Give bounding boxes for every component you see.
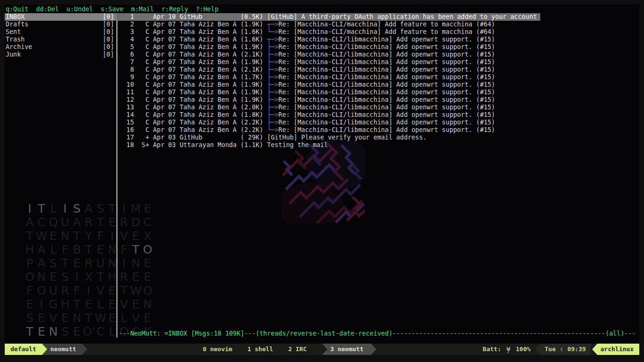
thread-tree-icon: ├─> [267,104,278,111]
tmux-window-0-neovim[interactable]: 0 neovim [203,344,232,355]
mailbox-name: INBOX [6,13,25,21]
mail-row-meta: 4 C Apr 07 Taha Aziz Ben A (1.6K) [119,36,267,43]
mail-subject: Re: [Macchina-CLI/macchina] Add feature … [279,21,495,28]
mail-row[interactable]: 9 C Apr 07 Taha Aziz Ben A (1.7K) ├─>Re:… [118,74,639,81]
mail-row-meta: 18 S+ Apr 03 Uttarayan Monda (1.1K) [119,141,267,148]
clock-section: Tue ❮ 09:39 [541,344,590,355]
thread-tree-icon: └─> [267,126,278,133]
mail-row-meta: 12 C Apr 07 Taha Aziz Ben A (1.9K) [119,96,267,103]
day-label: Tue [545,344,555,355]
thread-tree-icon: ├─> [267,43,278,50]
mailbox-count: [0] [103,21,114,28]
thread-tree-icon: ├─> [267,89,278,96]
mail-row-meta: 14 C Apr 07 Taha Aziz Ben A (1.8K) [119,111,267,118]
mail-subject: Re: [Macchina-CLI/libmacchina] Add openw… [279,96,495,103]
mail-row-meta: 7 C Apr 07 Taha Aziz Ben A (1.9K) [119,58,267,66]
mailbox-count: [0] [103,13,114,21]
mail-row[interactable]: 3 C Apr 07 Taha Aziz Ben A (1.6K) └─>Re:… [118,28,639,36]
hostname-chip: archlinux [597,344,639,355]
mail-row[interactable]: 2 C Apr 07 Taha Aziz Ben A (1.9K) ┬─>Re:… [118,21,639,28]
mail-row-meta: 6 C Apr 07 Taha Aziz Ben A (2.1K) [119,51,267,58]
mail-row[interactable]: 8 C Apr 07 Taha Aziz Ben A (2.1K) ├─>Re:… [118,66,639,74]
tmux-window-3-neomutt[interactable]: 3 neomutt [322,344,371,355]
tmux-window-2-irc[interactable]: 2 IRC [288,344,306,355]
mail-subject: Re: [Macchina-CLI/libmacchina] Add openw… [279,119,495,126]
desktop: ITLISASTIMEACQUARTERDCTWENTYFIVEXHALFBTE… [0,0,644,362]
mail-subject: Re: [Macchina-CLI/libmacchina] Add openw… [279,74,495,81]
mail-row[interactable]: 5 C Apr 07 Taha Aziz Ben A (1.9K) ├─>Re:… [118,43,639,51]
mail-subject: Re: [Macchina-CLI/libmacchina] Add openw… [279,43,495,50]
sidebar-item-drafts[interactable]: Drafts[0] [5,21,116,28]
mail-row[interactable]: 7 C Apr 07 Taha Aziz Ben A (1.9K) ├─>Re:… [118,58,639,66]
thread-tree-icon: ├─> [267,111,278,118]
mail-row-meta: 15 C Apr 07 Taha Aziz Ben A (2.2K) [119,119,267,126]
mailbox-name: Archive [6,43,32,51]
time-label: 09:39 [567,344,586,355]
mail-row-meta: 8 C Apr 07 Taha Aziz Ben A (2.1K) [119,66,267,73]
mail-row[interactable]: 10 C Apr 07 Taha Aziz Ben A (1.9K) ├─>Re… [118,81,639,89]
mail-subject: Re: [Macchina-CLI/libmacchina] Add openw… [279,36,495,43]
menu-item-del[interactable]: dd:Del [36,6,59,13]
tmux-session-chip: default [5,344,42,355]
mail-subject: Re: [Macchina-CLI/libmacchina] Add openw… [279,126,495,133]
sidebar-item-junk[interactable]: Junk[0] [5,51,116,58]
thread-tree-icon: ┬─> [267,36,278,43]
menu-item-save[interactable]: s:Save [101,6,124,13]
tmux-pane-title: neomutt [42,344,82,355]
power-plug-icon [505,346,512,353]
sidebar-item-trash[interactable]: Trash[0] [5,36,116,43]
neomutt-status-bar: ---NeoMutt: =INBOX [Msgs:18 109K]---(thr… [118,330,636,337]
menu-item-reply[interactable]: r:Reply [162,6,188,13]
mail-row-meta: 5 C Apr 07 Taha Aziz Ben A (1.9K) [119,43,267,50]
mailbox-count: [0] [103,28,114,36]
sidebar-item-sent[interactable]: Sent[0] [5,28,116,36]
menu-item-help[interactable]: ?:Help [196,6,218,13]
mail-row[interactable]: 18 S+ Apr 03 Uttarayan Monda (1.1K) Test… [118,141,639,149]
mail-row[interactable]: 1 Apr 10 GitHub (0.5K) [GitHub] A third-… [118,13,540,21]
mail-subject: [GitHub] Please verify your email addres… [267,134,427,141]
tmux-window-1-shell[interactable]: 1 shell [248,344,273,355]
mailbox-count: [0] [103,51,114,58]
mail-index: 1 Apr 10 GitHub (0.5K) [GitHub] A third-… [118,13,639,149]
mail-row-meta: 16 C Apr 07 Taha Aziz Ben A (2.2K) [119,126,267,133]
thread-tree-icon: ├─> [267,119,278,126]
mailbox-name: Sent [6,28,21,36]
mailbox-count: [0] [103,43,114,51]
mailbox-name: Trash [6,36,25,43]
mail-row-meta: 2 C Apr 07 Taha Aziz Ben A (1.9K) [119,21,267,28]
mailbox-name: Drafts [6,21,28,28]
battery-label: Batt: [483,344,501,355]
mail-row[interactable]: 11 C Apr 07 Taha Aziz Ben A (1.9K) ├─>Re… [118,89,639,96]
neomutt-help-bar: q:Quit dd:Del u:Undel s:Save m:Mail r:Re… [6,6,219,13]
mail-row[interactable]: 15 C Apr 07 Taha Aziz Ben A (2.2K) ├─>Re… [118,119,639,126]
chevron-left-icon: ❮ [560,344,563,355]
mail-row[interactable]: 14 C Apr 07 Taha Aziz Ben A (1.8K) ├─>Re… [118,111,639,119]
mail-row-meta: 1 Apr 10 GitHub (0.5K) [119,13,267,20]
thread-tree-icon: ├─> [267,58,278,66]
mailbox-name: Junk [6,51,21,58]
mail-row[interactable]: 12 C Apr 07 Taha Aziz Ben A (1.9K) ├─>Re… [118,96,639,104]
menu-item-mail[interactable]: m:Mail [131,6,154,13]
mail-row[interactable]: 6 C Apr 07 Taha Aziz Ben A (2.1K) ├─>Re:… [118,51,639,58]
sidebar-item-inbox[interactable]: INBOX[0] [5,13,116,21]
menu-item-quit[interactable]: q:Quit [6,6,28,13]
thread-tree-icon: ├─> [267,96,278,103]
menu-item-undel[interactable]: u:Undel [66,6,93,13]
mail-subject: Re: [Macchina-CLI/libmacchina] Add openw… [279,104,495,111]
tmux-window-list: 0 neovim1 shell2 IRC3 neomutt [203,344,371,355]
sidebar-item-archive[interactable]: Archive[0] [5,43,116,51]
mail-row[interactable]: 4 C Apr 07 Taha Aziz Ben A (1.6K) ┬─>Re:… [118,36,639,43]
mail-subject: Testing the mail [267,141,328,148]
mail-row[interactable]: 17 + Apr 03 GitHub ( 29K) [GitHub] Pleas… [118,134,639,141]
mail-subject: [GitHub] A third-party OAuth application… [267,13,537,20]
mail-row-meta: 9 C Apr 07 Taha Aziz Ben A (1.7K) [119,74,267,81]
mail-row-meta: 11 C Apr 07 Taha Aziz Ben A (1.9K) [119,89,267,96]
mail-row[interactable]: 16 C Apr 07 Taha Aziz Ben A (2.2K) └─>Re… [118,126,639,134]
mailbox-count: [0] [103,36,114,43]
thread-tree-icon: └─> [267,28,278,35]
mail-row[interactable]: 13 C Apr 07 Taha Aziz Ben A (2.0K) ├─>Re… [118,104,639,111]
thread-tree-icon: ├─> [267,74,278,81]
mail-row-meta: 10 C Apr 07 Taha Aziz Ben A (1.9K) [119,81,267,88]
thread-tree-icon: ├─> [267,66,278,73]
mail-row-meta: 13 C Apr 07 Taha Aziz Ben A (2.0K) [119,104,267,111]
